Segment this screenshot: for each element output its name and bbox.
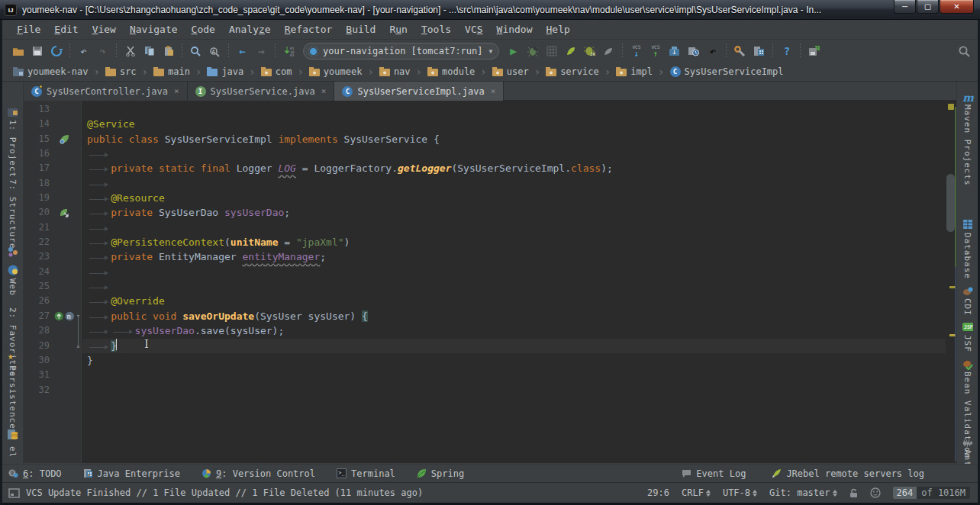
close-tab-icon[interactable]: × [491,86,496,96]
run-configuration-select[interactable]: your-navigation [tomcat7:run] ▼ [303,43,499,60]
sidebar-item-cdi[interactable]: CDI [962,298,972,316]
code-line[interactable]: 27m▿public void saveOrUpdate(SysUser sys… [24,309,946,323]
code-line[interactable]: 13 [24,102,946,117]
jrebel-stop-button[interactable] [599,42,618,60]
sidebar-item-structure[interactable]: 7: Structure [8,179,18,249]
maximize-button[interactable]: ▢ [917,0,939,14]
cut-button[interactable] [121,42,140,60]
menu-vcs[interactable]: VCS [458,21,489,37]
code-line[interactable]: 24 [24,265,946,279]
menu-edit[interactable]: Edit [47,21,85,37]
replace-button[interactable]: A [205,42,224,60]
lock-icon[interactable] [849,488,858,498]
inspection-status-square[interactable] [948,104,954,110]
toolwin-terminal[interactable]: >_Terminal [337,468,395,479]
menu-refactor[interactable]: Refactor [278,21,340,37]
editor-scrollbar-thumb[interactable] [946,174,955,232]
sidebar-item-database[interactable]: Database [962,233,972,279]
code-line[interactable]: 21 [24,220,946,235]
code-line[interactable]: 26@Override [24,294,946,308]
sidebar-item-web[interactable]: Web [8,278,18,296]
save-button[interactable] [27,42,47,60]
bytecode-order-button[interactable]: 011001 [279,42,298,60]
code-line[interactable]: 20private SysUserDao sysUserDao; [24,205,946,220]
help-button[interactable]: ? [777,42,796,60]
rollback-button[interactable]: ↶ [703,42,722,60]
code-line[interactable]: 16 [24,146,946,161]
breadcrumb-impl[interactable]: impl [614,66,654,77]
minimize-button[interactable]: ─ [894,0,916,14]
spring-autowire-icon[interactable] [60,208,69,218]
code-line[interactable]: 22@PersistenceContext(unitName = "jpaXml… [24,235,946,249]
menu-build[interactable]: Build [339,21,382,37]
copy-button[interactable] [140,42,159,60]
breadcrumb-main[interactable]: main [152,66,192,77]
tab-sysuserserviceimpl[interactable]: C SysUserServiceImpl.java × [334,82,504,101]
close-button[interactable]: ✕ [940,0,974,14]
breadcrumb-service[interactable]: service [544,66,601,77]
breadcrumb-user[interactable]: user [491,66,530,77]
shelve-button[interactable] [665,42,684,60]
inspection-profile-icon[interactable] [870,487,881,498]
menu-code[interactable]: Code [185,21,222,37]
code-line[interactable]: 15public class SysUserServiceImpl implem… [24,132,946,146]
code-line[interactable]: 31 [24,368,946,382]
back-button[interactable]: ← [233,42,252,60]
code-line[interactable]: 18 [24,176,946,191]
menu-window[interactable]: Window [490,21,540,37]
code-line[interactable]: 23private EntityManager entityManager; [24,249,946,264]
menu-analyze[interactable]: Analyze [222,21,278,37]
menu-navigate[interactable]: Navigate [123,21,185,37]
breadcrumb-project[interactable]: youmeek-nav [11,66,89,77]
breadcrumb-com[interactable]: com [260,66,294,77]
toolwin-todo[interactable]: 6: TODO [8,468,62,479]
code-line[interactable]: 19@Resource [24,191,946,205]
redo-button[interactable]: ↷ [93,42,112,60]
sidebar-item-jsf[interactable]: JSF [962,335,972,352]
close-tab-icon[interactable]: × [321,86,327,96]
toolwin-spring[interactable]: Spring [417,468,464,479]
synchronize-button[interactable] [47,42,66,60]
run-button[interactable]: ▶ [504,42,523,60]
jrebel-debug-button[interactable]: JR [580,42,599,60]
breadcrumb-class[interactable]: CSysUserServiceImpl [669,66,785,77]
code-line[interactable]: 32 [24,383,946,397]
breadcrumb-src[interactable]: src [104,66,138,77]
settings-button[interactable] [730,42,750,60]
toolwin-jrebel-log[interactable]: JRebel remote servers log [772,468,924,479]
caret-position[interactable]: 29:6 [647,487,669,498]
close-tab-icon[interactable]: × [174,86,179,96]
git-branch-select[interactable]: Git: master [769,487,837,498]
toolwin-version-control[interactable]: 9: Version Control [201,468,315,479]
tab-sysuserservice[interactable]: I SysUserService.java × [188,82,335,101]
encoding-select[interactable]: UTF-8 [723,487,757,498]
forward-button[interactable]: → [252,42,271,60]
sidebar-item-project[interactable]: 1: Project [8,120,18,178]
menu-run[interactable]: Run [382,21,414,37]
breadcrumb-youmeek[interactable]: youmeek [308,66,364,77]
toolwindow-toggle-icon[interactable] [8,488,20,498]
jrebel-marker-icon[interactable]: m [65,311,75,321]
menu-tools[interactable]: Tools [414,21,458,37]
toolwin-event-log[interactable]: Event Log [682,468,746,479]
breadcrumb-java[interactable]: java [205,66,245,77]
code-editor[interactable]: 13 14@Service 15public class SysUserServ… [24,101,956,463]
sidebar-item-maven-projects[interactable]: Maven Projects [962,105,972,186]
code-line[interactable]: 14@Service [24,117,946,131]
undo-button[interactable]: ↶ [74,42,93,60]
coverage-button[interactable] [542,42,561,60]
vcs-commit-button[interactable]: VCS↑ [646,42,665,60]
paste-button[interactable] [159,42,178,60]
code-line[interactable]: 30} [24,353,946,368]
menu-view[interactable]: View [85,21,123,37]
menu-file[interactable]: File [10,21,47,37]
sidebar-item-partial[interactable]: el [8,446,18,458]
memory-indicator[interactable]: 264 of 1016M [893,487,970,499]
history-button[interactable] [684,42,703,60]
jrebel-run-button[interactable]: JR [561,42,580,60]
code-line[interactable]: 25 [24,279,946,294]
find-button[interactable] [186,42,205,60]
implementing-method-icon[interactable] [54,311,64,321]
toolwin-java-enterprise[interactable]: Java Enterprise [83,468,180,479]
vcs-update-button[interactable]: VCS↓ [627,42,646,60]
